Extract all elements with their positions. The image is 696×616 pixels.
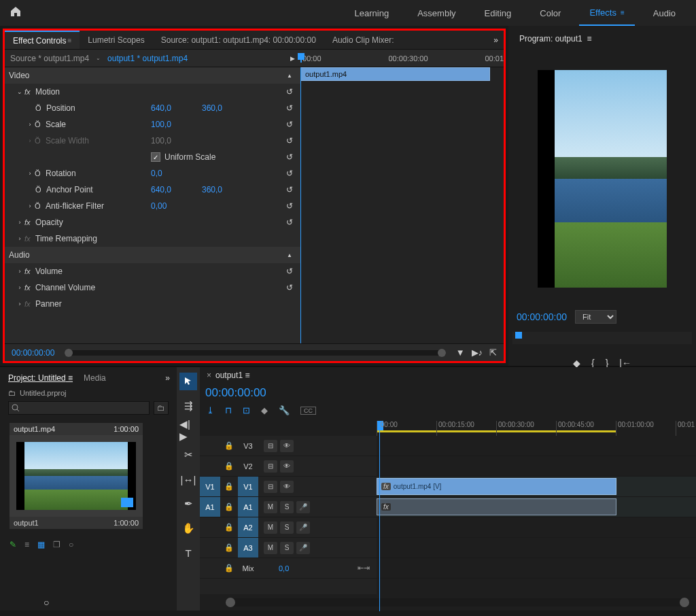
checkbox-checked-icon[interactable]: ✓ [151, 152, 160, 162]
tab-media[interactable]: Media [78, 373, 111, 383]
sequence-tab[interactable]: output1 ≡ [215, 371, 249, 380]
track-v2[interactable]: 🔒V2⊟👁 [200, 456, 377, 477]
track-a3[interactable]: 🔒A3MS🎤 [200, 538, 377, 558]
stopwatch-icon[interactable]: Ŏ [35, 186, 46, 194]
track-a2[interactable]: 🔒A2MS🎤 [200, 517, 377, 538]
tabs-overflow-icon[interactable]: » [493, 35, 504, 45]
zoom-slider-icon[interactable]: ○ [69, 540, 73, 549]
project-search-input[interactable] [8, 401, 150, 415]
home-icon[interactable] [10, 6, 21, 20]
effect-timecode[interactable]: 00:00:00:00 [12, 348, 54, 358]
reset-icon[interactable]: ↺ [283, 218, 296, 227]
workspace-learning[interactable]: Learning [345, 0, 400, 26]
workspace-audio[interactable]: Audio [643, 0, 686, 26]
pencil-icon[interactable]: ✎ [10, 540, 16, 549]
reset-icon[interactable]: ↺ [283, 169, 296, 178]
program-timecode[interactable]: 00:00:00:00 [517, 311, 567, 322]
reset-icon[interactable]: ↺ [283, 185, 296, 194]
audio-clip[interactable]: fx [377, 498, 616, 515]
effect-opacity[interactable]: ›fxOpacity↺ [5, 214, 300, 230]
filter-icon[interactable]: ▼ [456, 347, 465, 358]
chevron-down-icon[interactable]: ⌄ [96, 55, 101, 61]
track-v1[interactable]: V1🔒V1⊟👁 [200, 477, 377, 497]
property-scale[interactable]: ›ŎScale100,0↺ [5, 116, 300, 133]
lock-icon[interactable]: 🔒 [220, 564, 238, 572]
effect-timeline-ruler[interactable]: :00:00 00:00:30:00 00:01 [300, 54, 504, 63]
toggle-output-icon[interactable]: ⊟ [264, 440, 277, 452]
tab-lumetri-scopes[interactable]: Lumetri Scopes [80, 31, 152, 49]
eye-icon[interactable]: 👁 [280, 481, 294, 493]
program-monitor[interactable] [512, 53, 692, 305]
lock-icon[interactable]: 🔒 [220, 441, 238, 450]
play-icon[interactable]: ▶ [290, 55, 295, 62]
freeform-view-icon[interactable]: ❐ [53, 540, 60, 549]
effect-channel-volume[interactable]: ›fxChannel Volume↺ [5, 279, 300, 296]
video-section-header[interactable]: Video▲ [5, 67, 300, 84]
stopwatch-icon[interactable]: Ŏ [35, 104, 46, 112]
marker-icon[interactable]: ◆ [261, 405, 268, 415]
stopwatch-icon[interactable]: Ŏ [35, 120, 46, 129]
playhead-line[interactable] [300, 67, 301, 343]
playhead-icon[interactable] [515, 332, 522, 339]
snap-icon[interactable]: ⊓ [225, 405, 232, 415]
property-position[interactable]: ŎPosition640,0360,0↺ [5, 100, 300, 116]
playhead-icon[interactable] [300, 54, 302, 63]
export-icon[interactable]: ⇱ [489, 347, 497, 358]
audio-section-header[interactable]: Audio▲ [5, 247, 300, 263]
stopwatch-icon[interactable]: Ŏ [35, 169, 46, 177]
tabs-overflow-icon[interactable]: » [165, 373, 174, 383]
toggle-output-icon[interactable]: ⊟ [264, 460, 277, 473]
reset-icon[interactable]: ↺ [283, 120, 296, 129]
play-audio-icon[interactable]: ▶♪ [472, 347, 483, 358]
lock-icon[interactable]: 🔒 [220, 482, 238, 491]
reset-icon[interactable]: ↺ [283, 283, 296, 292]
mute-button[interactable]: M [264, 521, 277, 534]
hand-tool[interactable]: ✋ [179, 519, 197, 537]
workspace-effects[interactable]: Effects≡ [579, 0, 634, 26]
effect-panner[interactable]: ›fxPanner [5, 296, 300, 312]
list-view-icon[interactable]: ≡ [24, 540, 29, 549]
icon-view-icon[interactable]: ▦ [37, 540, 45, 549]
close-tab-icon[interactable]: × [207, 371, 211, 380]
zoom-select[interactable]: Fit [575, 310, 616, 324]
asset-thumbnail[interactable] [16, 442, 136, 510]
track-mix[interactable]: 🔒Mix0,0⇤⇥ [200, 558, 377, 579]
effect-volume[interactable]: ›fxVolume↺ [5, 263, 300, 279]
effect-time-remapping[interactable]: ›fxTime Remapping [5, 230, 300, 247]
mute-button[interactable]: M [264, 501, 277, 513]
lock-icon[interactable]: 🔒 [220, 462, 238, 470]
linked-selection-icon[interactable]: ⊡ [243, 405, 250, 415]
toggle-output-icon[interactable]: ⊟ [264, 481, 277, 493]
stopwatch-icon[interactable]: Ŏ [35, 202, 46, 210]
solo-button[interactable]: S [280, 521, 294, 534]
lock-icon[interactable]: 🔒 [220, 543, 238, 552]
solo-button[interactable]: S [280, 542, 294, 554]
effect-motion[interactable]: ⌄fxMotion↺ [5, 84, 300, 100]
new-bin-icon[interactable]: 🗀 [154, 401, 169, 415]
insert-icon[interactable]: ⤓ [207, 405, 214, 415]
tab-effect-controls[interactable]: Effect Controls ≡ [5, 31, 80, 49]
tab-audio-clip-mixer[interactable]: Audio Clip Mixer: [324, 31, 402, 49]
property-anchor-point[interactable]: ŎAnchor Point640,0360,0↺ [5, 182, 300, 198]
video-clip[interactable]: fxoutput1.mp4 [V] [377, 478, 616, 495]
voiceover-icon[interactable]: 🎤 [296, 501, 310, 513]
workspace-color[interactable]: Color [529, 0, 571, 26]
reset-icon[interactable]: ↺ [283, 152, 296, 162]
reset-icon[interactable]: ↺ [283, 87, 296, 97]
voiceover-icon[interactable]: 🎤 [296, 521, 310, 534]
program-ruler[interactable] [512, 332, 692, 344]
slip-tool[interactable]: |↔| [179, 470, 197, 488]
voiceover-icon[interactable]: 🎤 [296, 542, 310, 554]
lock-icon[interactable]: 🔒 [220, 502, 238, 511]
selection-tool[interactable] [179, 373, 197, 390]
captions-icon[interactable]: CC [300, 407, 316, 415]
project-asset[interactable]: output1.mp41:00:00 output11:00:00 [10, 423, 143, 529]
workspace-editing[interactable]: Editing [474, 0, 522, 26]
solo-button[interactable]: S [280, 501, 294, 513]
timeline-tracks[interactable]: fxoutput1.mp4 [V] fx [377, 436, 696, 594]
settings-icon[interactable]: 🔧 [279, 405, 290, 415]
zoom-scrollbar[interactable] [65, 350, 445, 356]
panel-menu-icon[interactable]: ≡ [67, 37, 71, 44]
eye-icon[interactable]: 👁 [280, 440, 294, 452]
linked-selection-icon[interactable]: ○ [44, 597, 49, 608]
